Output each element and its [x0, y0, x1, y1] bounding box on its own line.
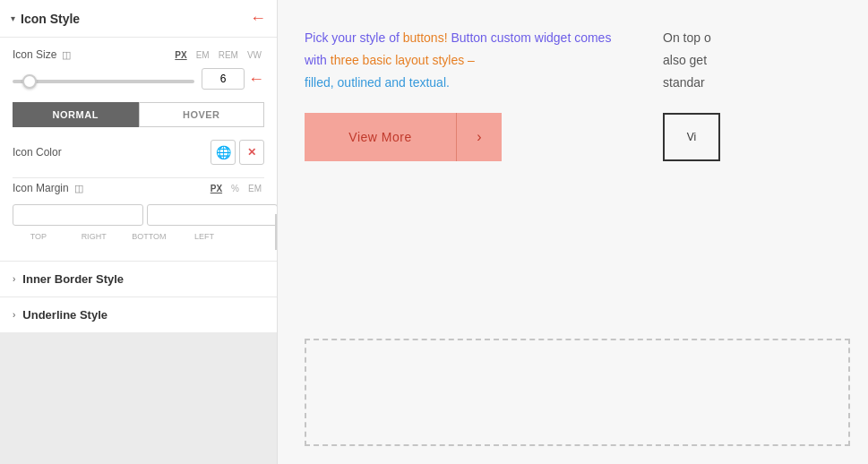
icon-size-label: Icon Size — [13, 48, 56, 61]
margin-monitor-icon: ◫ — [74, 183, 83, 194]
view-more-button[interactable]: View More › — [305, 113, 502, 161]
icon-size-row: Icon Size ◫ PX EM REM VW — [13, 48, 264, 61]
panel-body: Icon Size ◫ PX EM REM VW ← NORMAL HOVER … — [0, 38, 277, 261]
icon-color-row: Icon Color 🌐 ✕ — [13, 140, 264, 165]
icon-size-input[interactable] — [202, 68, 245, 90]
inner-border-style-header: › Inner Border Style — [13, 272, 264, 286]
eraser-color-btn[interactable]: ✕ — [239, 140, 264, 165]
right-button-outline[interactable]: Vi — [663, 113, 720, 161]
divider-1 — [13, 177, 264, 178]
unit-tab-rem[interactable]: REM — [216, 49, 241, 61]
tab-hover[interactable]: HOVER — [139, 102, 265, 127]
underline-style-title: Underline Style — [22, 308, 107, 322]
inner-border-style-title: Inner Border Style — [22, 272, 124, 286]
globe-color-btn[interactable]: 🌐 — [211, 140, 236, 165]
margin-right-input[interactable] — [147, 204, 278, 226]
size-input-arrow: ← — [248, 70, 264, 89]
text-buttons: buttons! — [403, 30, 448, 45]
margin-label-right: RIGHT — [68, 232, 120, 241]
color-controls: 🌐 ✕ — [211, 140, 264, 165]
underline-style-chevron: › — [13, 310, 15, 320]
right-btn-preview: Vi — [663, 113, 850, 161]
view-more-label: View More — [305, 130, 456, 144]
button-arrow-icon: › — [457, 129, 502, 145]
unit-tab-px[interactable]: PX — [172, 49, 189, 61]
margin-labels-row: TOP RIGHT BOTTOM LEFT — [13, 232, 264, 241]
margin-unit-em[interactable]: EM — [245, 183, 264, 194]
tab-normal[interactable]: NORMAL — [13, 102, 139, 127]
margin-label-left: LEFT — [178, 232, 230, 241]
eraser-icon: ✕ — [247, 146, 256, 159]
margin-label-top: TOP — [13, 232, 64, 241]
left-panel: ▾ Icon Style ← Icon Size ◫ PX EM REM VW … — [0, 0, 278, 464]
text-pick: Pick your style of — [305, 30, 403, 45]
right-preview-block: On top o also get standar Vi — [663, 27, 850, 312]
preview-text: Pick your style of buttons! Button custo… — [305, 27, 627, 95]
icon-margin-header: Icon Margin ◫ PX % EM — [13, 182, 264, 194]
margin-top-input[interactable] — [13, 204, 143, 226]
margin-units: PX % EM — [208, 183, 264, 194]
right-preview-text: On top o also get standar — [663, 27, 850, 95]
state-tabs: NORMAL HOVER — [13, 102, 264, 127]
icon-style-title: Icon Style — [21, 12, 245, 26]
slider-row: ← — [13, 68, 264, 90]
margin-label-bottom: BOTTOM — [124, 232, 176, 241]
unit-tabs: PX EM REM VW — [172, 49, 264, 61]
right-btn-label: Vi — [687, 131, 696, 143]
panel-bottom-fill — [0, 332, 277, 464]
right-text-1: On top o — [663, 30, 711, 45]
inner-border-style-section[interactable]: › Inner Border Style — [0, 261, 277, 296]
inner-border-chevron: › — [13, 274, 15, 284]
margin-inputs-row: 🔗 — [13, 202, 264, 228]
right-text-3: standar — [663, 75, 705, 90]
main-text-block: Pick your style of buttons! Button custo… — [305, 27, 627, 312]
margin-unit-pct[interactable]: % — [228, 183, 242, 194]
icon-color-label: Icon Color — [13, 146, 211, 159]
right-text-2: also get — [663, 53, 707, 67]
icon-style-header: ▾ Icon Style ← — [0, 0, 277, 38]
right-content: Pick your style of buttons! Button custo… — [278, 0, 868, 464]
icon-margin-label: Icon Margin — [13, 182, 69, 194]
margin-unit-px[interactable]: PX — [208, 183, 225, 194]
dashed-placeholder — [305, 339, 850, 446]
monitor-icon: ◫ — [62, 49, 71, 61]
underline-style-header: › Underline Style — [13, 308, 264, 322]
unit-tab-em[interactable]: EM — [193, 49, 212, 61]
icon-size-slider[interactable] — [13, 80, 194, 83]
icon-style-chevron[interactable]: ▾ — [11, 13, 15, 23]
underline-style-section[interactable]: › Underline Style — [0, 296, 277, 332]
text-styles: filled, outlined and textual. — [305, 75, 450, 90]
globe-icon: 🌐 — [216, 145, 231, 159]
section-header-arrow: ← — [250, 9, 266, 28]
text-three: three basic layout styles – — [331, 53, 475, 67]
unit-tab-vw[interactable]: VW — [245, 49, 264, 61]
slider-wrapper — [13, 73, 194, 86]
content-area: Pick your style of buttons! Button custo… — [278, 0, 868, 330]
button-section: View More › — [305, 113, 627, 161]
